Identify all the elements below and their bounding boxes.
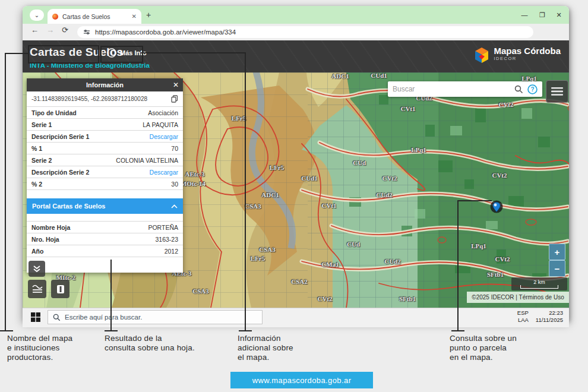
coordinates-row: -31.11483892619455, -62.26938712180028 [27,91,183,106]
map-region-label: LFr5 [232,115,246,122]
map-book-icon [56,284,65,294]
browser-tab[interactable]: Cartas de Suelos ✕ [48,9,141,24]
map-region-label: LPq1 [471,242,486,249]
download-link[interactable]: Descargar [150,169,178,176]
zoom-in-button[interactable]: + [549,244,565,260]
taskbar-date: 11/11/2025 [536,317,563,323]
back-button[interactable]: ← [31,26,39,34]
taskbar-time: 22:23 [536,309,563,316]
maximize-button[interactable]: ❐ [533,6,551,24]
info-row: Descripción Serie 2Descargar [27,166,183,178]
map-region-label: CVt1 [321,202,336,209]
info-row: Descripción Serie 1Descargar [27,130,183,142]
map-region-label: SFtb1 [487,271,504,278]
map-region-label: CVt2 [498,101,513,108]
legend-button[interactable] [28,280,46,298]
map-region-label: CUd1 [301,175,318,182]
info-row-label: Nombre Hoja [31,224,148,231]
info-row-value: PORTEÑA [148,224,178,231]
map-pin-marker[interactable] [489,200,504,216]
taskbar-search[interactable]: Escribe aquí para buscar. [48,310,263,324]
info-row-label: % 1 [31,145,171,152]
collapse-panel-button[interactable] [29,261,45,277]
reload-button[interactable]: ⟳ [62,26,68,34]
callout-line [105,330,118,331]
callout-line [141,52,245,53]
portal-section-header[interactable]: Portal Cartas de Suelos [27,198,183,214]
info-row-value: 3163-23 [155,236,178,243]
double-chevron-down-icon [33,265,41,273]
info-row: % 170 [27,142,183,154]
info-row: Serie 2COLONIA VALTELINA [27,154,183,166]
info-row-label: % 2 [31,181,171,188]
map-region-label: CVt2 [492,172,507,179]
close-icon[interactable]: ✕ [169,81,183,89]
map-region-label: CUd [353,159,366,166]
download-link[interactable]: Descargar [150,133,178,140]
basemap-button[interactable] [51,280,69,298]
address-bar[interactable]: https://mapascordoba.gob.ar/viewer/mapa/… [77,26,533,38]
map-region-label: CVt1 [400,105,415,112]
info-row-label: Descripción Serie 2 [31,169,150,176]
map-region-label: LFr5 [270,164,284,171]
brand-sub: IDECOR [494,56,561,61]
map-search-bar[interactable]: Buscar ? [388,81,542,97]
chevron-down-icon: ⌄ [34,12,39,18]
info-row-label: Tipo de Unidad [31,109,148,116]
info-row: Nombre HojaPORTEÑA [27,221,183,233]
info-row-value: LA PAQUITA [143,121,178,128]
minimize-button[interactable]: — [516,6,533,24]
search-icon [53,314,61,321]
forward-button[interactable]: → [46,26,54,34]
map-region-label: CUd [347,241,360,248]
scale-ruler [520,285,558,289]
info-row: Tipo de UnidadAsociación [27,106,183,118]
scale-bar: 2 km [511,277,567,290]
windows-start-button[interactable] [31,312,40,322]
map-region-label: CUd1 [371,72,387,79]
portal-section-title: Portal Cartas de Suelos [32,203,171,210]
taskbar-clock[interactable]: ESP22:23 LAA11/11/2025 [517,309,563,323]
tab-favicon-icon [52,14,58,20]
info-row-value: Asociación [148,109,178,116]
callout-line [245,52,246,330]
taskbar-lang: ESP [517,309,529,316]
close-window-button[interactable]: ✕ [550,6,568,24]
info-row: % 230 [27,178,183,190]
callout-label-point-query: Consulta sobre un punto o parcela en el … [450,334,517,362]
callout-line [0,330,13,331]
info-row-label: Descripción Serie 1 [31,133,150,140]
site-banner: www.mapascordoba.gob.ar [230,372,373,388]
scale-label: 2 km [533,280,545,285]
map-region-label: CVt2 [317,295,332,302]
panel-padding [27,257,183,273]
coordinates-text: -31.11483892619455, -62.26938712180028 [31,96,171,102]
menu-button[interactable] [546,80,568,103]
callout-label-producers: Nombre del mapa e instituciones producto… [7,334,72,362]
taskbar-search-placeholder: Escribe aquí para buscar. [65,314,142,321]
map-region-label: MOtc-14 [181,180,206,187]
map-region-label: CUd2 [376,191,393,198]
site-settings-icon[interactable] [83,29,90,36]
map-canvas[interactable]: ADC1CUd1LPq1CUd2CVt1CVt2LFr5LPq1CUdLFr5A… [23,72,569,308]
search-icon[interactable] [514,85,523,94]
taskbar-keyboard: LAA [517,317,529,323]
callout-line [457,200,492,201]
browser-titlebar: ⌄ Cartas de Suelos ✕ + — ❐ ✕ [23,6,569,24]
info-panel: Información ✕ -31.11483892619455, -62.26… [27,78,183,273]
new-tab-button[interactable]: + [146,10,151,20]
info-panel-title: Información [41,81,169,88]
portal-section-rows: Nombre HojaPORTEÑANro. Hoja3163-23Año201… [27,221,183,257]
callout-line [457,200,459,330]
help-icon[interactable]: ? [527,84,538,94]
map-region-label: CVt2 [382,175,397,182]
map-region-label: CMa1 [321,261,339,268]
zoom-out-button[interactable]: − [549,260,565,277]
tab-close-icon[interactable]: ✕ [132,13,137,20]
tab-search-button[interactable]: ⌄ [30,10,44,21]
hamburger-icon [551,87,563,96]
copy-icon[interactable] [171,95,178,103]
info-row-label: Serie 2 [31,157,116,164]
info-row-value: 30 [171,181,178,188]
map-region-label: ADC1 [331,72,349,80]
